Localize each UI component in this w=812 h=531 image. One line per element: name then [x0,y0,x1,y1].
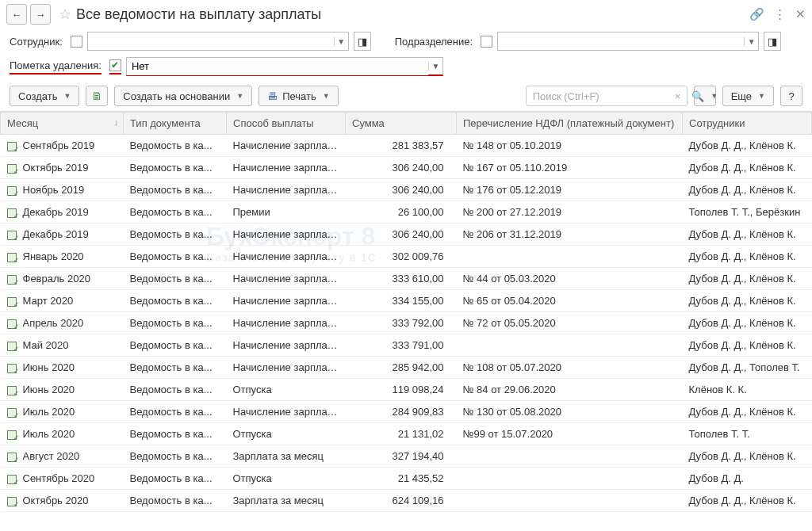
table-row[interactable]: Май 2020Ведомость в ка...Начисление зарп… [1,334,812,357]
more-button[interactable]: Еще ▼ [722,86,774,106]
document-icon [7,342,18,351]
department-filter-input[interactable] [498,32,744,50]
employee-filter-input[interactable] [88,32,334,50]
cell-month: Сентябрь 2019 [1,135,124,157]
create-button[interactable]: Создать ▼ [10,86,79,106]
cell-doc-type: Ведомость в ка... [124,157,227,179]
document-icon [7,275,18,285]
employee-open-button[interactable]: ◨ [354,32,371,51]
table-row[interactable]: Июнь 2020Ведомость в ка...Отпуска119 098… [1,379,812,401]
department-filter-combo[interactable]: ▼ [497,32,759,51]
new-doc-button[interactable]: 🗎 [86,86,108,106]
col-month[interactable]: Месяц↓ [1,113,124,135]
col-doc-type[interactable]: Тип документа [124,113,227,135]
search-input[interactable] [527,90,669,102]
cell-sum: 21 435,52 [346,468,457,490]
printer-icon: 🖶 [267,90,278,102]
employee-filter-checkbox[interactable] [71,36,82,48]
table-row[interactable]: Сентябрь 2019Ведомость в ка...Начисление… [1,135,812,157]
cell-month: Ноябрь 2019 [1,179,124,201]
help-button[interactable]: ? [780,86,802,106]
cell-pay-method: Начисление зарплаты [227,334,346,357]
document-icon [7,253,18,262]
cell-ndfl [457,445,683,468]
document-icon [7,319,18,329]
search-box[interactable]: × [526,86,688,106]
document-icon [7,164,18,174]
chevron-down-icon[interactable]: ▼ [334,37,348,46]
chevron-down-icon: ▼ [710,92,718,100]
cell-employees: Дубов Д. Д., Клёнов К. [683,223,812,246]
table-row[interactable]: Октябрь 2020Ведомость в ка...Зарплата за… [1,490,812,512]
cell-pay-method: Начисление зарплаты [227,135,346,157]
table-row[interactable]: Ноябрь 2019Ведомость в ка...Начисление з… [1,179,812,201]
table-row[interactable]: Июнь 2020Ведомость в ка...Начисление зар… [1,357,812,379]
cell-ndfl: № 72 от 05.05.2020 [457,312,683,334]
print-button[interactable]: 🖶 Печать ▼ [259,86,339,106]
cell-doc-type: Ведомость в ка... [124,490,227,512]
cell-ndfl: № 176 от 05.12.2019 [457,179,683,201]
col-sum[interactable]: Сумма [346,113,457,135]
table-row[interactable]: Октябрь 2019Ведомость в ка...Начисление … [1,157,812,179]
chevron-down-icon[interactable]: ▼ [744,37,758,46]
table-row[interactable]: Февраль 2020Ведомость в ка...Начисление … [1,268,812,290]
cell-doc-type: Ведомость в ка... [124,334,227,357]
create-based-on-button[interactable]: Создать на основании ▼ [114,86,252,106]
cell-employees: Дубов Д. Д., Клёнов К. [683,401,812,423]
cell-sum: 281 383,57 [346,135,457,157]
cell-pay-method: Начисление зарплаты [227,157,346,179]
cell-pay-method: Начисление зарплаты [227,401,346,423]
clear-search-icon[interactable]: × [669,90,687,102]
cell-doc-type: Ведомость в ка... [124,223,227,246]
document-icon [7,297,18,307]
table-row[interactable]: Сентябрь 2020Ведомость в ка...Отпуска21 … [1,468,812,490]
link-icon[interactable]: 🔗 [749,7,764,21]
create-based-on-label: Создать на основании [123,90,230,102]
print-button-label: Печать [282,90,316,102]
chevron-down-icon[interactable]: ▼ [428,62,442,71]
nav-forward-button[interactable]: → [30,4,51,25]
document-add-icon: 🗎 [91,90,102,102]
cell-doc-type: Ведомость в ка... [124,179,227,201]
cell-employees: Дубов Д. Д. [683,468,812,490]
department-filter-checkbox[interactable] [481,36,492,48]
deletion-mark-combo[interactable]: ▼ [126,57,443,76]
advanced-search-button[interactable]: 🔍 ▼ [694,86,716,106]
table-row[interactable]: Июль 2020Ведомость в ка...Отпуска21 131,… [1,423,812,445]
kebab-menu-icon[interactable]: ⋮ [774,7,786,21]
document-icon [7,386,18,395]
favorite-star-icon[interactable]: ☆ [59,6,71,23]
table-row[interactable]: Август 2020Ведомость в ка...Зарплата за … [1,445,812,468]
cell-month: Декабрь 2019 [1,201,124,223]
department-open-button[interactable]: ◨ [764,32,781,51]
col-pay-method[interactable]: Способ выплаты [227,113,346,135]
table-row[interactable]: Июль 2020Ведомость в ка...Начисление зар… [1,401,812,423]
deletion-mark-input[interactable] [127,58,428,75]
table-row[interactable]: Декабрь 2019Ведомость в ка...Премии26 10… [1,201,812,223]
deletion-mark-checkbox[interactable]: ✔ [109,59,121,71]
cell-month: Май 2020 [1,334,124,357]
cell-month: Март 2020 [1,290,124,312]
cell-month: Июль 2020 [1,401,124,423]
cell-month: Февраль 2020 [1,268,124,290]
cell-month: Июнь 2020 [1,357,124,379]
cell-ndfl: № 84 от 29.06.2020 [457,379,683,401]
cell-sum: 285 942,00 [346,357,457,379]
cell-pay-method: Начисление зарплаты [227,312,346,334]
table-row[interactable]: Январь 2020Ведомость в ка...Начисление з… [1,246,812,268]
cell-month: Октябрь 2019 [1,157,124,179]
col-ndfl[interactable]: Перечисление НДФЛ (платежный документ) [457,113,683,135]
document-icon [7,364,18,373]
table-row[interactable]: Апрель 2020Ведомость в ка...Начисление з… [1,312,812,334]
cell-doc-type: Ведомость в ка... [124,357,227,379]
table-row[interactable]: Декабрь 2019Ведомость в ка...Начисление … [1,223,812,246]
close-icon[interactable]: ✕ [795,7,806,21]
cell-employees: Дубов Д. Д., Клёнов К. [683,312,812,334]
table-row[interactable]: Март 2020Ведомость в ка...Начисление зар… [1,290,812,312]
nav-back-button[interactable]: ← [6,4,27,25]
cell-ndfl [457,468,683,490]
deletion-mark-label: Пометка удаления: [10,59,102,74]
employee-filter-combo[interactable]: ▼ [87,32,349,51]
col-employees[interactable]: Сотрудники [683,113,812,135]
cell-month: Декабрь 2019 [1,223,124,246]
